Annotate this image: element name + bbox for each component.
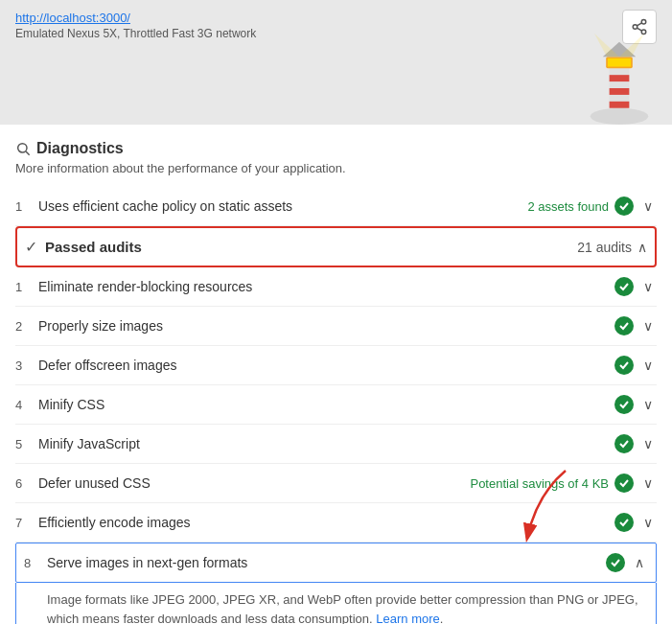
check-icon: [618, 399, 630, 410]
chevron-down[interactable]: ∨: [639, 356, 657, 375]
header-area: http://localhost:3000/ Emulated Nexus 5X…: [0, 0, 672, 125]
green-check: [614, 395, 634, 414]
chevron-up-8[interactable]: ∧: [631, 553, 648, 572]
list-item: 6 Defer unused CSS Potential savings of …: [15, 464, 657, 503]
item-right: ∧: [606, 553, 648, 572]
diagnostics-audit-row: 1 Uses efficient cache policy on static …: [15, 187, 657, 226]
list-item: 5 Minify JavaScript ∨: [15, 425, 657, 464]
green-check-1: [614, 196, 634, 216]
item-label: Defer unused CSS: [38, 475, 470, 491]
savings-text: Potential savings of 4 KB: [470, 476, 609, 491]
item-number: 7: [15, 516, 38, 530]
item-right: Potential savings of 4 KB ∨: [470, 474, 657, 493]
chevron-down[interactable]: ∨: [639, 434, 657, 453]
assets-found-text: 2 assets found: [527, 199, 609, 214]
item-label: Efficiently encode images: [38, 515, 614, 530]
item-right: ∨: [614, 395, 657, 414]
list-item: 2 Properly size images ∨: [15, 307, 657, 346]
check-icon-1: [618, 200, 630, 212]
chevron-down[interactable]: ∨: [639, 395, 657, 414]
svg-line-16: [26, 151, 30, 155]
svg-rect-11: [608, 58, 631, 67]
chevron-down[interactable]: ∨: [639, 316, 657, 335]
svg-point-15: [18, 144, 27, 152]
diagnostics-header: Diagnostics: [15, 140, 657, 157]
item-right: ∨: [614, 356, 657, 375]
green-check: [614, 474, 634, 493]
header-subtitle: Emulated Nexus 5X, Throttled Fast 3G net…: [15, 27, 657, 40]
svg-line-3: [637, 28, 641, 31]
item-label: Defer offscreen images: [38, 358, 614, 373]
green-check: [606, 553, 625, 572]
lighthouse-logo: [586, 34, 653, 125]
item-right: ∨: [614, 513, 657, 532]
item-label: Properly size images: [38, 318, 614, 334]
item-label: Minify CSS: [38, 397, 614, 412]
check-icon: [610, 557, 621, 568]
item-number: 4: [15, 398, 38, 412]
green-check: [614, 277, 634, 296]
svg-point-1: [633, 25, 637, 30]
item-label: Minify JavaScript: [38, 436, 614, 451]
list-item: 4 Minify CSS ∨: [15, 385, 657, 425]
check-icon: [618, 281, 630, 292]
svg-rect-8: [610, 88, 630, 95]
item-label: Serve images in next-gen formats: [47, 555, 606, 570]
passed-audits-chevron-up[interactable]: ∧: [637, 240, 647, 255]
svg-rect-7: [610, 75, 630, 81]
list-item: 7 Efficiently encode images ∨: [15, 503, 657, 543]
url-link[interactable]: http://localhost:3000/: [15, 11, 130, 25]
item-number: 1: [15, 280, 38, 294]
check-icon: [618, 517, 630, 528]
list-item-highlighted: 8 Serve images in next-gen formats ∧: [15, 543, 657, 583]
item-right: ∨: [614, 434, 657, 453]
check-icon: [618, 438, 630, 450]
item-right: ∨: [614, 277, 657, 296]
svg-point-0: [641, 20, 646, 25]
svg-line-4: [637, 23, 641, 26]
green-check: [614, 356, 634, 375]
check-icon: [618, 320, 630, 332]
audits-count: 21 audits: [577, 240, 632, 255]
chevron-down-1[interactable]: ∨: [639, 196, 657, 216]
item-number: 5: [15, 437, 38, 451]
list-item: 3 Defer offscreen images ∨: [15, 346, 657, 385]
diagnostics-description: More information about the performance o…: [15, 161, 657, 175]
svg-rect-9: [610, 102, 630, 108]
passed-audit-items: 1 Eliminate render-blocking resources ∨ …: [15, 267, 657, 624]
green-check: [614, 513, 634, 532]
check-icon: [618, 477, 630, 489]
check-icon: [618, 359, 630, 371]
item-number: 2: [15, 319, 38, 334]
audit-8-description: Image formats like JPEG 2000, JPEG XR, a…: [15, 583, 657, 624]
green-check: [614, 434, 634, 453]
chevron-down[interactable]: ∨: [639, 474, 657, 493]
search-icon: [15, 141, 31, 156]
audit-8-description-text: Image formats like JPEG 2000, JPEG XR, a…: [47, 592, 638, 624]
chevron-down[interactable]: ∨: [639, 277, 657, 296]
list-item: 1 Eliminate render-blocking resources ∨: [15, 267, 657, 307]
passed-audits-header[interactable]: ✓ Passed audits 21 audits ∧: [15, 226, 657, 267]
learn-more-link[interactable]: Learn more: [376, 612, 439, 625]
audit-number-1: 1: [15, 199, 38, 214]
audit-label-1: Uses efficient cache policy on static as…: [38, 198, 527, 214]
green-check: [614, 316, 634, 335]
passed-audits-label: Passed audits: [45, 239, 577, 255]
item-label: Eliminate render-blocking resources: [38, 279, 614, 294]
item-number: 6: [15, 476, 38, 491]
svg-point-5: [591, 108, 648, 125]
chevron-down[interactable]: ∨: [639, 513, 657, 532]
audit-row-1-right: 2 assets found ∨: [527, 196, 657, 216]
item-number: 3: [15, 358, 38, 373]
diagnostics-title: Diagnostics: [36, 140, 124, 157]
item-right: ∨: [614, 316, 657, 335]
item-number: 8: [24, 556, 47, 570]
item-8-container: 8 Serve images in next-gen formats ∧ Ima…: [15, 543, 657, 624]
main-content: Diagnostics More information about the p…: [0, 125, 672, 624]
passed-check-icon: ✓: [25, 238, 37, 256]
